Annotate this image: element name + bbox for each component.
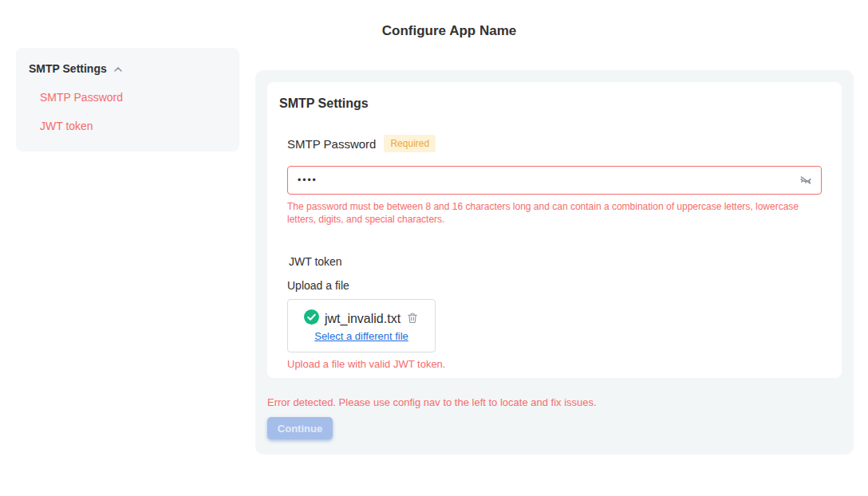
configure-app-page: Configure App Name SMTP Settings SMTP Pa… — [0, 0, 868, 496]
password-helper-text: The password must be between 8 and 16 ch… — [287, 200, 814, 226]
required-badge: Required — [384, 135, 436, 152]
upload-a-file-label: Upload a file — [287, 279, 830, 292]
jwt-upload-error-text: Upload a file with valid JWT token. — [287, 358, 830, 370]
smtp-password-label-row: SMTP Password Required — [287, 135, 830, 152]
uploaded-file-row: jwt_invalid.txt — [304, 309, 419, 328]
form-error-message: Error detected. Please use config nav to… — [267, 396, 842, 408]
toggle-password-visibility-button[interactable] — [798, 173, 814, 189]
file-upload-box: jwt_invalid.txt — [287, 299, 436, 352]
sidebar-section-label: SMTP Settings — [29, 62, 107, 75]
sidebar-section-smtp-settings[interactable]: SMTP Settings — [29, 62, 227, 75]
select-different-file-link[interactable]: Select a different file — [314, 330, 408, 342]
smtp-password-label: SMTP Password — [287, 137, 376, 151]
chevron-up-icon — [112, 64, 124, 75]
uploaded-file-name: jwt_invalid.txt — [325, 312, 400, 326]
sidebar-item-smtp-password[interactable]: SMTP Password — [29, 91, 227, 104]
sidebar-item-jwt-token[interactable]: JWT token — [29, 120, 227, 132]
jwt-token-label: JWT token — [287, 255, 830, 268]
check-circle-icon — [304, 309, 319, 328]
section-title: SMTP Settings — [279, 96, 830, 111]
continue-button[interactable]: Continue — [267, 417, 333, 439]
smtp-settings-form: SMTP Password Required — [279, 135, 830, 370]
trash-icon — [406, 311, 419, 327]
config-main-panel: SMTP Settings SMTP Password Required — [255, 70, 854, 455]
smtp-settings-card: SMTP Settings SMTP Password Required — [267, 82, 842, 378]
config-nav-sidebar: SMTP Settings SMTP Password JWT token — [16, 48, 239, 152]
smtp-password-input[interactable] — [287, 166, 822, 195]
smtp-password-field-wrap — [287, 166, 822, 195]
delete-file-button[interactable] — [406, 311, 419, 327]
page-title: Configure App Name — [0, 23, 868, 39]
eye-off-icon — [799, 173, 813, 190]
